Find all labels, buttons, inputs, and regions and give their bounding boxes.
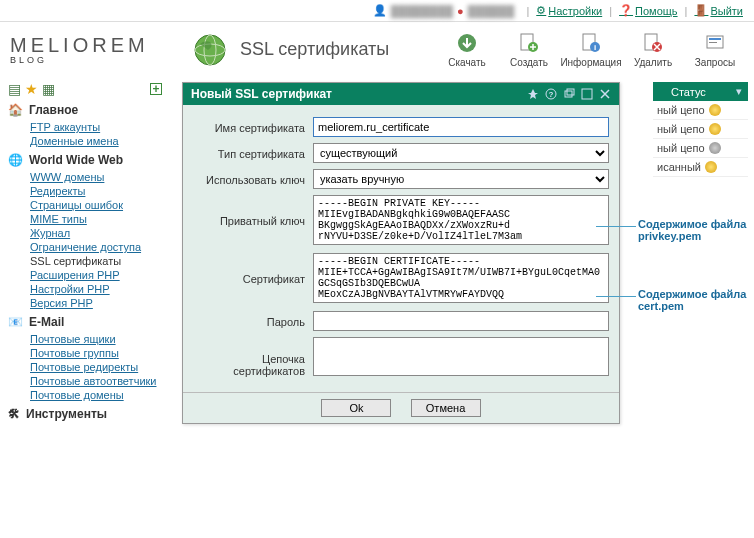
- favorites-icon[interactable]: ★: [25, 81, 38, 97]
- logout-link[interactable]: 🚪Выйти: [694, 4, 743, 17]
- requests-button[interactable]: Запросы: [686, 31, 744, 68]
- cert-name-input[interactable]: [313, 117, 609, 137]
- cert-type-label: Тип сертификата: [193, 146, 313, 160]
- cert-label: Сертификат: [193, 253, 313, 285]
- bulb-icon: [709, 104, 721, 116]
- sidebar-item-maildomains[interactable]: Почтовые домены: [30, 389, 162, 401]
- privkey-label: Приватный ключ: [193, 195, 313, 227]
- user-icon: 👤: [373, 4, 387, 17]
- help-modal-icon[interactable]: ?: [545, 88, 557, 100]
- status-row[interactable]: ный цепо: [653, 139, 748, 158]
- user-name-blur: ████████: [391, 5, 453, 17]
- svg-rect-13: [709, 42, 717, 43]
- info-button[interactable]: i Информация: [562, 31, 620, 68]
- help-icon: ❓: [619, 4, 633, 17]
- annotation-cert: Содержимое файла cert.pem: [638, 288, 748, 312]
- ssl-cert-modal: Новый SSL сертификат ? Имя сертификата Т…: [182, 82, 620, 424]
- pin-icon[interactable]: [527, 88, 539, 100]
- logo: MELIOREM BLOG: [10, 34, 190, 65]
- status-row[interactable]: исанный: [653, 158, 748, 177]
- globe-icon: [190, 30, 230, 70]
- cert-name-label: Имя сертификата: [193, 120, 313, 134]
- sidebar-item-www-domains[interactable]: WWW домены: [30, 171, 162, 183]
- sidebar-item-journal[interactable]: Журнал: [30, 227, 162, 239]
- tree-view-icon[interactable]: ▦: [42, 81, 55, 97]
- sidebar-item-ftp[interactable]: FTP аккаунты: [30, 121, 162, 133]
- sidebar-www-header[interactable]: 🌐 World Wide Web: [8, 153, 162, 167]
- delete-button[interactable]: Удалить: [624, 31, 682, 68]
- settings-link[interactable]: ⚙Настройки: [536, 4, 602, 17]
- status-row[interactable]: ный цепо: [653, 101, 748, 120]
- svg-rect-18: [582, 89, 592, 99]
- sidebar-item-php-settings[interactable]: Настройки PHP: [30, 283, 162, 295]
- create-icon: [517, 31, 541, 55]
- svg-rect-12: [709, 38, 721, 40]
- password-input[interactable]: [313, 311, 609, 331]
- download-icon: [455, 31, 479, 55]
- cert-textarea[interactable]: -----BEGIN CERTIFICATE----- MIIE+TCCA+Gg…: [313, 253, 609, 303]
- bulb-icon: [709, 142, 721, 154]
- svg-text:?: ?: [549, 90, 554, 99]
- annotation-privkey: Содержимое файла privkey.pem: [638, 218, 748, 242]
- sidebar-item-mailredirects[interactable]: Почтовые редиректы: [30, 361, 162, 373]
- header: MELIOREM BLOG SSL сертификаты Скачать Со…: [0, 22, 754, 77]
- svg-rect-17: [567, 89, 574, 95]
- create-button[interactable]: Создать: [500, 31, 558, 68]
- sidebar-item-access[interactable]: Ограничение доступа: [30, 241, 162, 253]
- privkey-textarea[interactable]: -----BEGIN PRIVATE KEY----- MIIEvgIBADAN…: [313, 195, 609, 245]
- svg-point-0: [195, 35, 225, 65]
- add-icon[interactable]: +: [150, 83, 162, 95]
- modal-title-text: Новый SSL сертификат: [191, 87, 332, 101]
- svg-rect-16: [565, 91, 572, 97]
- status-panel: Статус ▾ ный цепо ный цепо ный цепо исан…: [653, 82, 748, 177]
- mail-icon: 📧: [8, 315, 23, 329]
- maximize-icon[interactable]: [581, 88, 593, 100]
- sidebar: ▤ ★ ▦ + 🏠 Главное FTP аккаунты Доменные …: [0, 77, 170, 429]
- sidebar-tools-header[interactable]: 🛠 Инструменты: [8, 407, 162, 421]
- requests-icon: [703, 31, 727, 55]
- ok-button[interactable]: Ok: [321, 399, 391, 417]
- sidebar-item-redirects[interactable]: Редиректы: [30, 185, 162, 197]
- sidebar-item-php-ext[interactable]: Расширения PHP: [30, 269, 162, 281]
- modal-titlebar[interactable]: Новый SSL сертификат ?: [183, 83, 619, 105]
- cancel-button[interactable]: Отмена: [411, 399, 481, 417]
- sidebar-main-header[interactable]: 🏠 Главное: [8, 103, 162, 117]
- page-title: SSL сертификаты: [240, 39, 438, 60]
- sidebar-item-domains[interactable]: Доменные имена: [30, 135, 162, 147]
- sidebar-email-header[interactable]: 📧 E-Mail: [8, 315, 162, 329]
- alert-icon: ●: [457, 5, 464, 17]
- sidebar-item-error-pages[interactable]: Страницы ошибок: [30, 199, 162, 211]
- sidebar-item-mime[interactable]: MIME типы: [30, 213, 162, 225]
- sidebar-item-mailgroups[interactable]: Почтовые группы: [30, 347, 162, 359]
- gear-icon: ⚙: [536, 4, 546, 17]
- delete-icon: [641, 31, 665, 55]
- usekey-label: Использовать ключ: [193, 172, 313, 186]
- status-menu-icon[interactable]: ▾: [736, 85, 742, 98]
- toolbar: Скачать Создать i Информация Удалить Зап…: [438, 31, 744, 68]
- close-icon[interactable]: [599, 88, 611, 100]
- bulb-icon: [705, 161, 717, 173]
- list-view-icon[interactable]: ▤: [8, 81, 21, 97]
- bulb-icon: [709, 123, 721, 135]
- sidebar-item-mailboxes[interactable]: Почтовые ящики: [30, 333, 162, 345]
- user-info: 👤 ████████ ● ██████: [373, 4, 515, 17]
- password-label: Пароль: [193, 314, 313, 328]
- chain-textarea[interactable]: [313, 337, 609, 376]
- user-host-blur: ██████: [468, 5, 515, 17]
- usekey-select[interactable]: указать вручную: [313, 169, 609, 189]
- logout-icon: 🚪: [694, 4, 708, 17]
- info-icon: i: [579, 31, 603, 55]
- cert-type-select[interactable]: существующий: [313, 143, 609, 163]
- sidebar-item-ssl[interactable]: SSL сертификаты: [30, 255, 162, 267]
- svg-text:i: i: [594, 43, 596, 52]
- sidebar-item-php-version[interactable]: Версия PHP: [30, 297, 162, 309]
- help-link[interactable]: ❓Помощь: [619, 4, 678, 17]
- download-button[interactable]: Скачать: [438, 31, 496, 68]
- status-row[interactable]: ный цепо: [653, 120, 748, 139]
- status-header: Статус: [671, 86, 706, 98]
- globe-small-icon: 🌐: [8, 153, 23, 167]
- sidebar-item-autoresponders[interactable]: Почтовые автоответчики: [30, 375, 162, 387]
- restore-icon[interactable]: [563, 88, 575, 100]
- tools-icon: 🛠: [8, 407, 20, 421]
- home-icon: 🏠: [8, 103, 23, 117]
